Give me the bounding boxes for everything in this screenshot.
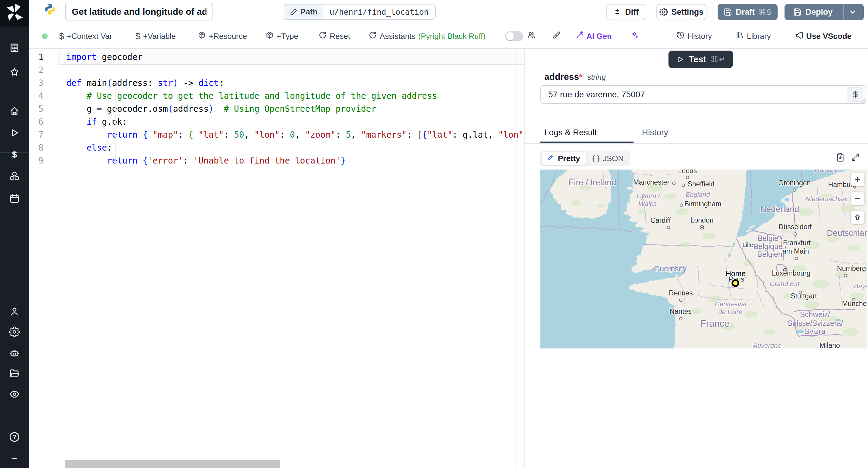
- map-label: Grand Est: [770, 280, 800, 288]
- deploy-dropdown-button[interactable]: [843, 4, 862, 20]
- map-label: Stuttgart: [791, 292, 817, 300]
- add-context-var-button[interactable]: $ +Context Var: [59, 24, 112, 48]
- sidebar-item-home[interactable]: [0, 103, 29, 120]
- map-label: Lille: [742, 241, 753, 248]
- pretty-view-button[interactable]: Pretty: [541, 152, 586, 165]
- ai-gen-button[interactable]: AI Gen: [575, 24, 612, 48]
- code-line-3[interactable]: 3def main(address: str) -> dict:: [29, 76, 524, 90]
- map-label: France: [701, 318, 730, 329]
- map-label: Rennes: [669, 289, 692, 297]
- brush-icon: [552, 31, 561, 41]
- address-input[interactable]: [540, 85, 866, 104]
- sidebar-item-robot[interactable]: [0, 344, 29, 361]
- insert-variable-button[interactable]: $: [847, 87, 863, 102]
- line-number: 9: [29, 154, 43, 167]
- deploy-button[interactable]: Deploy: [784, 4, 864, 20]
- draft-button[interactable]: Draft ⌘S: [718, 4, 778, 20]
- tab-history[interactable]: History: [642, 128, 668, 137]
- result-map[interactable]: LeedsÉire / IrelandManchesterSheffieldGr…: [540, 170, 867, 348]
- line-number: 8: [29, 141, 43, 154]
- add-variable-button[interactable]: $ +Variable: [135, 24, 176, 48]
- map-zoom-in-button[interactable]: +: [851, 173, 864, 186]
- indent-guide: [135, 128, 136, 141]
- code-line-2[interactable]: 2: [29, 64, 524, 76]
- sidebar-item-cubes[interactable]: [0, 168, 29, 185]
- diff-mode-toggle[interactable]: [505, 31, 523, 41]
- users-icon: [527, 31, 535, 41]
- expand-icon[interactable]: [850, 153, 860, 162]
- horizontal-scrollbar-thumb[interactable]: [65, 460, 280, 468]
- sidebar-item-eye[interactable]: [0, 386, 29, 403]
- code-line-7[interactable]: 7 return { "map": { "lat": 50, "lon": 0,…: [29, 128, 524, 141]
- map-label: Niedersachsen: [806, 195, 850, 203]
- assistants-button[interactable]: Assistants (Pyright Black Ruff): [368, 24, 486, 48]
- format-button[interactable]: [552, 24, 561, 48]
- map-label: Nederland: [760, 204, 799, 214]
- code-line-1[interactable]: 1import geocoder: [29, 51, 524, 64]
- ai-sparkles-button[interactable]: [630, 24, 639, 48]
- code-line-9[interactable]: 9 return {'error': 'Unable to find the l…: [29, 154, 524, 167]
- sidebar-item-gear[interactable]: [0, 324, 29, 340]
- map-label: de Loire: [718, 308, 742, 315]
- refresh-icon: [318, 31, 327, 41]
- library-icon: [735, 31, 744, 41]
- map-label: Nürnberg: [837, 264, 866, 272]
- sidebar-item-dollar[interactable]: $: [0, 146, 29, 163]
- map-label: Wales: [639, 200, 657, 207]
- path-edit[interactable]: Path: [284, 4, 323, 19]
- map-zoom-out-button[interactable]: −: [851, 192, 864, 205]
- test-button[interactable]: Test ⌘↵: [669, 51, 733, 68]
- help-icon: ?: [10, 432, 19, 442]
- multiplayer-button[interactable]: [527, 24, 535, 48]
- code-text: return {'error': 'Unable to find the loc…: [66, 154, 346, 167]
- sidebar-item-arrow-right[interactable]: →: [0, 448, 29, 465]
- map-recenter-button[interactable]: [851, 211, 864, 224]
- app-logo-block[interactable]: [0, 0, 29, 27]
- map-label: Manchester: [633, 178, 670, 186]
- sidebar-item-star[interactable]: [0, 64, 29, 81]
- user-icon: [9, 306, 20, 317]
- settings-button[interactable]: Settings: [656, 4, 707, 20]
- pencil-icon: [290, 8, 298, 16]
- history-clock-icon: [676, 31, 685, 41]
- code-line-4[interactable]: 4 # Use geocoder to get the latitude and…: [29, 90, 524, 102]
- reset-button[interactable]: Reset: [318, 24, 350, 48]
- path-chip[interactable]: Path u/henri/find_location: [284, 4, 436, 20]
- map-marker-label: Home: [726, 269, 746, 278]
- map-label: Schweiz/: [800, 310, 830, 319]
- library-button[interactable]: Library: [735, 24, 771, 48]
- tabs-border: [525, 143, 868, 144]
- sidebar-item-user[interactable]: [0, 303, 29, 320]
- script-title-input[interactable]: [65, 3, 213, 21]
- tab-logs-result[interactable]: Logs & Result: [544, 128, 597, 137]
- code-line-5[interactable]: 5 g = geocoder.osm(address) # Using Open…: [29, 102, 524, 115]
- code-text: def main(address: str) -> dict:: [66, 76, 224, 90]
- add-resource-button[interactable]: +Resource: [197, 24, 247, 48]
- json-view-button[interactable]: { } JSON: [587, 152, 629, 165]
- map-label: Éire / Ireland: [568, 178, 616, 187]
- history-button[interactable]: History: [676, 24, 712, 48]
- code-line-8[interactable]: 8 else:: [29, 141, 524, 154]
- code-editor[interactable]: 1import geocoder23def main(address: str)…: [29, 49, 524, 468]
- map-label: Deutschland: [827, 228, 867, 238]
- sidebar-item-building[interactable]: [0, 39, 29, 56]
- package-icon: [197, 31, 206, 41]
- sidebar-item-help[interactable]: ?: [0, 429, 29, 445]
- package-icon: [265, 31, 274, 41]
- line-number: 2: [29, 64, 43, 76]
- sidebar-item-calendar[interactable]: [0, 190, 29, 207]
- refresh-icon: [368, 31, 377, 41]
- map-label: Birmingham: [684, 200, 721, 208]
- copy-result-icon[interactable]: [835, 153, 845, 162]
- use-vscode-button[interactable]: Use VScode: [795, 24, 851, 48]
- wand-icon: [575, 31, 584, 41]
- line-number: 5: [29, 102, 43, 115]
- code-line-6[interactable]: 6 if g.ok:: [29, 115, 524, 128]
- topbar: Path u/henri/find_location Diff Settings…: [29, 0, 868, 24]
- map-marker[interactable]: [733, 280, 738, 286]
- sidebar-item-play[interactable]: [0, 124, 29, 141]
- sidebar-item-folder[interactable]: [0, 365, 29, 382]
- building-icon: [9, 42, 20, 53]
- add-type-button[interactable]: +Type: [265, 24, 299, 48]
- diff-button[interactable]: Diff: [607, 4, 645, 20]
